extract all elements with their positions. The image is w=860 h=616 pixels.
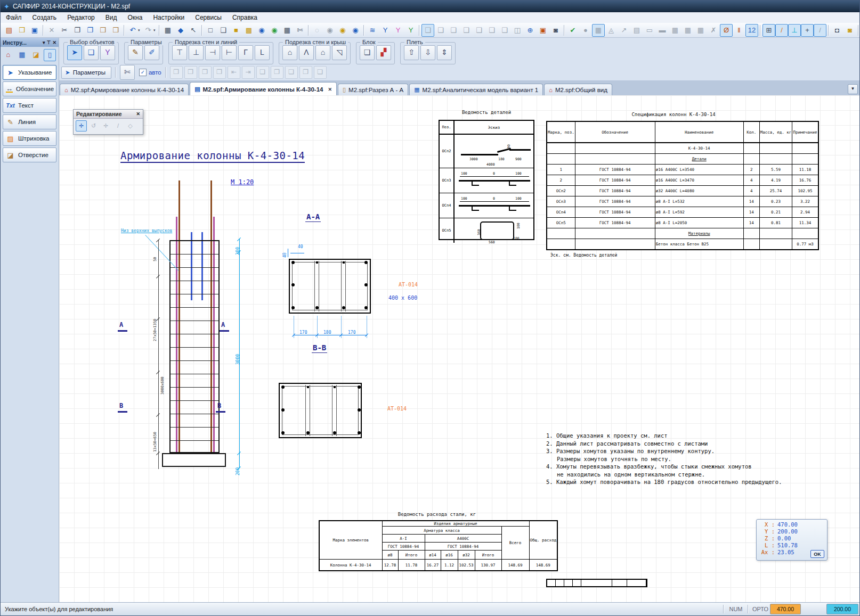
mesh-cube-button[interactable]: ▩ [242, 24, 255, 37]
auto-checkbox[interactable]: ✓ [139, 69, 147, 76]
save-button[interactable]: ▣ [28, 24, 41, 37]
tool-text[interactable]: TxtТекст [3, 98, 56, 113]
rebar-grid-3-button[interactable]: ▦ [694, 24, 707, 37]
section-cut-button[interactable]: ✄ [294, 24, 306, 37]
select-filter-button[interactable]: Y [100, 45, 115, 60]
delete-button[interactable]: ✕ [45, 24, 58, 37]
solid-cube-button[interactable]: ❑ [217, 24, 230, 37]
menu-help[interactable]: Справка [227, 14, 263, 21]
paste-style-button[interactable]: ❒ [109, 24, 122, 37]
eye-label-button[interactable]: ◉ [336, 24, 349, 37]
snap-ortho-button[interactable]: ⊥ [788, 24, 801, 37]
string-down-button[interactable]: ⇩ [420, 45, 435, 60]
report-button[interactable]: ▤ [630, 24, 643, 37]
lasso-button[interactable]: ◌ [311, 24, 323, 37]
rebar-tools-button[interactable]: ✗ [707, 24, 720, 37]
menu-editor[interactable]: Редактор [62, 14, 100, 21]
slope-button[interactable]: / [112, 120, 124, 132]
rebar-grid-2-button[interactable]: ▦ [681, 24, 694, 37]
tab-razrez[interactable]: ▯M2.spf:Разрез А - А [338, 84, 408, 95]
node-move-button[interactable]: ✛ [100, 120, 111, 132]
eye-all-button[interactable]: ◉ [349, 24, 362, 37]
zoom-extents-button[interactable]: ▣ [537, 24, 549, 37]
string-updown-button[interactable]: ⇕ [437, 45, 452, 60]
redo-button[interactable]: ↷ [142, 24, 155, 37]
menu-create[interactable]: Создать [27, 14, 62, 21]
trim-roof-2-button[interactable]: Λ [299, 45, 314, 60]
close-icon[interactable]: ✕ [328, 87, 332, 92]
tab-analytic-model[interactable]: ▦M2.spf:Аналитическая модель вариант 1 [409, 84, 543, 95]
copy-button[interactable]: ❐ [71, 24, 84, 37]
trim-roof-4-button[interactable]: ◹ [332, 45, 347, 60]
trash-button[interactable]: ▬ [656, 24, 669, 37]
tab-armirovanie-sheet[interactable]: ▤M2.spf:Армирование колонны К-4-30-14✕ [190, 82, 337, 96]
tool-annotation[interactable]: ↔Обозначение [3, 81, 56, 96]
material-view-icon[interactable]: ◪ [30, 49, 42, 61]
align-1-button[interactable]: ❐ [170, 66, 183, 79]
trim-walls-1-button[interactable]: ⊤ [172, 45, 187, 60]
collapse-icon[interactable]: ▾ [43, 40, 45, 45]
render-settings-button[interactable]: ◙ [549, 24, 562, 37]
new-button[interactable]: ▤ [3, 24, 15, 37]
ok-button[interactable]: OK [810, 550, 824, 558]
print-button[interactable]: ▦ [161, 24, 174, 37]
proj-left-button[interactable]: ❑ [460, 24, 473, 37]
order-2-button[interactable]: ❐ [271, 66, 283, 79]
triangulate-button[interactable]: ◬ [605, 24, 618, 37]
open-button[interactable]: ❒ [15, 24, 28, 37]
close-icon[interactable]: ✕ [136, 111, 140, 117]
snap-incline-button[interactable]: / [775, 24, 788, 37]
pin-icon[interactable]: ⊤ [47, 40, 51, 45]
select-arrow-button[interactable]: ➤ [67, 45, 82, 60]
copy-style-button[interactable]: ❐ [84, 24, 96, 37]
tab-armirovanie-model[interactable]: ⌂M2.spf:Армирование колонны К-4-30-14 [60, 84, 189, 95]
trim-walls-3-button[interactable]: ⊣ [205, 45, 220, 60]
sphere-green-button[interactable]: ◉ [268, 24, 281, 37]
snap-nearest-button[interactable]: / [814, 24, 826, 37]
mesh-view-icon[interactable]: ▦ [16, 49, 28, 61]
quad-view-button[interactable]: ▦ [592, 24, 605, 37]
block-explode-button[interactable]: ▞ [376, 45, 391, 60]
proj-front-button[interactable]: ❑ [434, 24, 447, 37]
menu-services[interactable]: Сервисы [190, 14, 227, 21]
redo-button-dropdown-icon[interactable]: ▾ [153, 28, 157, 32]
select-rect-button[interactable]: ❏ [84, 45, 99, 60]
order-4-button[interactable]: ❐ [299, 66, 312, 79]
trim-walls-4-button[interactable]: ⊢ [222, 45, 237, 60]
block-create-button[interactable]: ❏ [360, 45, 375, 60]
rebar-12x-button[interactable]: 12 [745, 24, 758, 37]
sphere-blue-button[interactable]: ◉ [255, 24, 268, 37]
wire-cube-button[interactable]: □ [204, 24, 217, 37]
shaded-cube-button[interactable]: ■ [230, 24, 242, 37]
menu-view[interactable]: Вид [100, 14, 123, 21]
layers-button[interactable]: ≋ [366, 24, 379, 37]
trim-walls-6-button[interactable]: L [255, 45, 270, 60]
menu-file[interactable]: Файл [1, 14, 27, 21]
context-help-button[interactable]: ↖ [187, 24, 200, 37]
filter-button[interactable]: Y [404, 24, 417, 37]
rebar-grid-1-button[interactable]: ▦ [669, 24, 681, 37]
tab-obshchiy-vid[interactable]: ⌂M2.spf:Общий вид [544, 84, 612, 95]
rebar-colors-button[interactable]: ‖ [733, 24, 745, 37]
tab-list-dropdown[interactable]: ▼ [848, 84, 858, 94]
align-2-button[interactable]: ❐ [184, 66, 197, 79]
trim-roof-3-button[interactable]: ⌂ [315, 45, 330, 60]
sidebar-caption[interactable]: Инстру... ▾ ⊤ ✕ [1, 38, 59, 47]
proj-bottom-button[interactable]: ❑ [498, 24, 511, 37]
drawing-canvas[interactable]: 5027х50=13503000х60013х50=6502003000200А… [59, 95, 859, 603]
rotate-button[interactable]: ↺ [88, 120, 99, 132]
tool-hatch[interactable]: ▨Штриховка [3, 131, 56, 146]
trim-walls-2-button[interactable]: ⊥ [189, 45, 204, 60]
order-3-button[interactable]: ❏ [285, 66, 298, 79]
zoom-window-button[interactable]: ⊕ [524, 24, 537, 37]
unlock-button[interactable]: ◙ [843, 24, 856, 37]
apply-check-button[interactable]: ✔ [566, 24, 579, 37]
apply-params-button[interactable]: ✐ [144, 45, 159, 60]
parameters-button[interactable]: ➤ Параметры [61, 67, 111, 79]
export-button[interactable]: ◆ [174, 24, 187, 37]
align-3-button[interactable]: ❐ [199, 66, 212, 79]
tool-pointer[interactable]: ➤Указывание [3, 65, 56, 80]
string-up-button[interactable]: ⇧ [404, 45, 419, 60]
align-6-button[interactable]: ⇥ [242, 66, 255, 79]
filter-edit-button[interactable]: Y [392, 24, 404, 37]
